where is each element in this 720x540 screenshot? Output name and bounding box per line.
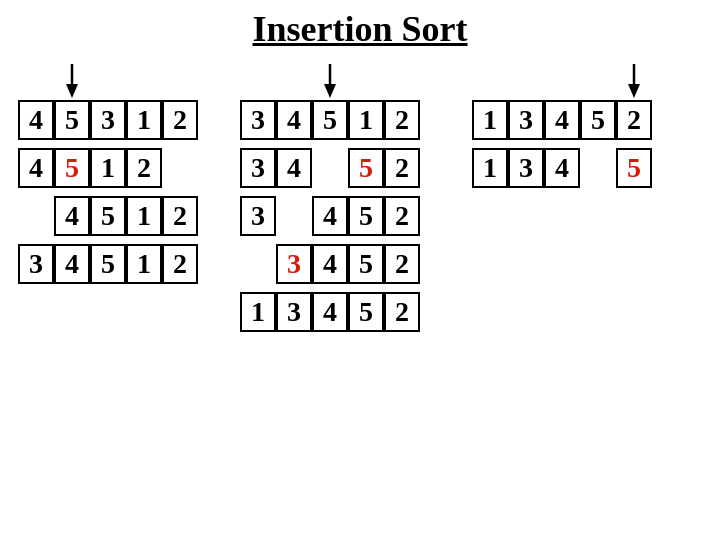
array-row: 1 3 4 5 2 xyxy=(472,100,652,140)
down-arrow-col2 xyxy=(320,64,340,100)
array-row: 1 3 4 5 xyxy=(472,148,652,188)
svg-marker-3 xyxy=(324,84,336,98)
arrow-col2 xyxy=(240,62,420,100)
svg-marker-5 xyxy=(628,84,640,98)
array-row: 1 3 4 5 2 xyxy=(240,292,420,332)
svg-marker-1 xyxy=(66,84,78,98)
array-row: 3 4 5 1 2 xyxy=(240,100,420,140)
array-row: 4 5 1 2 xyxy=(18,196,198,236)
down-arrow-col3 xyxy=(624,64,644,100)
array-row: 3 4 5 2 xyxy=(240,148,420,188)
column-3: 1 3 4 5 2 1 3 4 5 xyxy=(472,62,652,196)
array-row: 4 5 3 1 2 xyxy=(18,100,198,140)
array-row: 3 4 5 1 2 xyxy=(18,244,198,284)
page-title: Insertion Sort xyxy=(0,0,720,58)
down-arrow-col1 xyxy=(62,64,82,100)
array-row: 4 5 1 2 xyxy=(18,148,198,188)
array-row: 3 4 5 2 xyxy=(240,196,420,236)
column-1: 4 5 3 1 2 4 5 1 2 4 5 1 2 3 4 5 1 2 xyxy=(18,62,198,292)
array-row: 3 4 5 2 xyxy=(240,244,420,284)
arrow-col3 xyxy=(472,62,652,100)
arrow-col1 xyxy=(18,62,198,100)
column-2: 3 4 5 1 2 3 4 5 2 3 4 5 2 3 4 5 2 xyxy=(240,62,420,340)
